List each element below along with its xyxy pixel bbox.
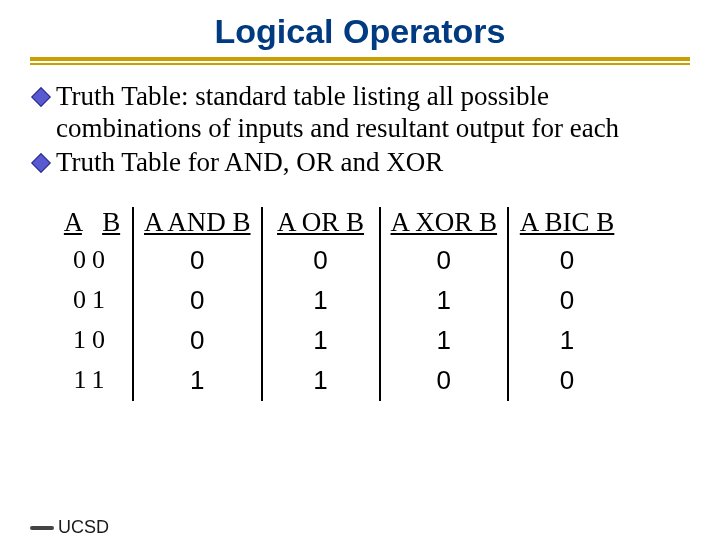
logo-icon: [30, 526, 54, 530]
col-header-or: A OR B: [271, 207, 370, 240]
col-header-and: A AND B: [138, 207, 257, 240]
table-divider: [507, 207, 509, 401]
table-cell: 1: [313, 320, 327, 360]
table-cell: 0: [560, 360, 574, 400]
table-divider: [132, 207, 134, 401]
table-cell: 1: [437, 320, 451, 360]
table-row: 10: [73, 320, 111, 360]
diamond-icon: [31, 87, 51, 107]
table-bic-col: A BIC B 0 0 1 0: [513, 207, 621, 401]
table-cell: 1: [313, 280, 327, 320]
truth-table: A B 00 01 10 11 A AND B 0 0 0 1 A OR B 0…: [56, 207, 720, 401]
table-cell: 1: [560, 320, 574, 360]
table-row: 00: [73, 240, 111, 280]
footer-logo: UCSD: [30, 517, 109, 538]
table-cell: 0: [190, 280, 204, 320]
table-cell: 0: [560, 240, 574, 280]
col-header-bic: A BIC B: [514, 207, 621, 240]
table-cell: 0: [560, 280, 574, 320]
table-divider: [261, 207, 263, 401]
diamond-icon: [31, 153, 51, 173]
table-cell: 0: [437, 240, 451, 280]
title-rule: [30, 57, 690, 65]
table-row: 11: [73, 360, 110, 400]
table-cell: 0: [437, 360, 451, 400]
table-cell: 1: [190, 360, 204, 400]
table-xor-col: A XOR B 0 1 1 0: [385, 207, 504, 401]
table-and-col: A AND B 0 0 0 1: [138, 207, 257, 401]
body-text: Truth Table: standard table listing all …: [34, 81, 686, 179]
footer-text: UCSD: [58, 517, 109, 538]
bullet-item: Truth Table for AND, OR and XOR: [34, 147, 686, 179]
bullet-item: Truth Table: standard table listing all …: [34, 81, 686, 145]
table-cell: 1: [313, 360, 327, 400]
table-cell: 0: [313, 240, 327, 280]
col-header-a: A: [64, 207, 82, 237]
col-header-b: B: [102, 207, 120, 237]
table-cell: 0: [190, 240, 204, 280]
table-input-col: A B 00 01 10 11: [56, 207, 128, 401]
table-divider: [379, 207, 381, 401]
table-or-col: A OR B 0 1 1 1: [267, 207, 375, 401]
table-cell: 0: [190, 320, 204, 360]
table-row: 01: [73, 280, 111, 320]
bullet-text: Truth Table: standard table listing all …: [56, 81, 619, 143]
table-cell: 1: [437, 280, 451, 320]
bullet-text: Truth Table for AND, OR and XOR: [56, 147, 443, 177]
slide-title: Logical Operators: [0, 12, 720, 51]
col-header-xor: A XOR B: [385, 207, 504, 240]
